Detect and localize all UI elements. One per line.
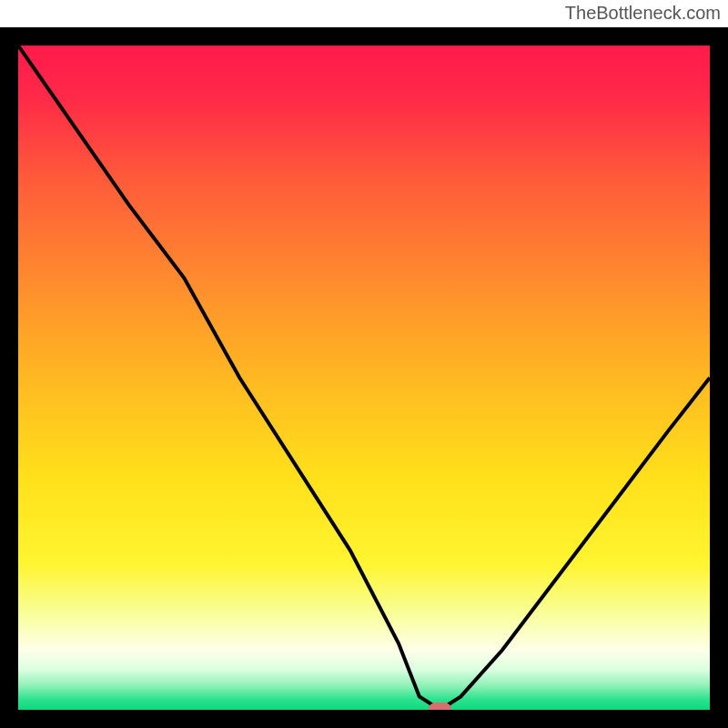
optimum-marker <box>429 703 450 716</box>
attribution-text: TheBottleneck.com <box>0 1 728 27</box>
bottleneck-curve <box>18 46 710 710</box>
bottleneck-chart <box>0 27 728 728</box>
curve-path <box>18 46 710 710</box>
